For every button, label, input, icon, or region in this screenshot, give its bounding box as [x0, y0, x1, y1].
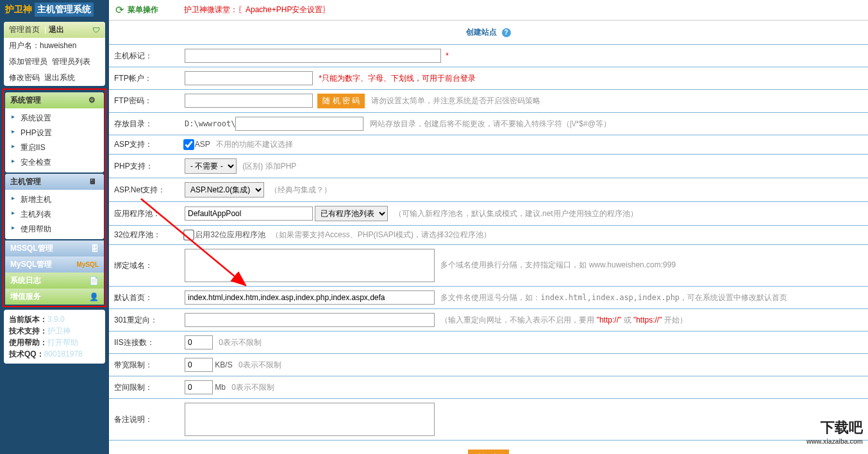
group-system[interactable]: 系统管理 ⚙ [5, 92, 104, 108]
input-ftp-user[interactable] [185, 71, 313, 85]
checkbox-32bit[interactable] [183, 230, 194, 240]
select-php[interactable]: - 不需要 - [185, 158, 237, 174]
watermark: 下载吧 www.xiazaiba.com [806, 421, 863, 449]
gear-icon: ⚙ [88, 96, 99, 106]
group-host[interactable]: 主机管理 🖥 [5, 174, 104, 190]
log-icon: 📄 [89, 276, 99, 285]
sidebar-item-sys-settings[interactable]: 系统设置 [5, 111, 104, 126]
refresh-icon[interactable]: ⟳ [115, 4, 124, 16]
sidebar-item-security-check[interactable]: 安全检查 [5, 155, 104, 170]
brand-header: 护卫神 主机管理系统 [0, 0, 109, 19]
server-icon: 🖥 [88, 177, 99, 187]
page-title: 创建站点 ? [109, 21, 868, 45]
random-password-button[interactable]: 随 机 密 码 [317, 94, 365, 108]
checkbox-asp[interactable] [183, 139, 194, 150]
link-exit-sys[interactable]: 退出系统 [44, 73, 75, 82]
topbar: ⟳ 菜单操作 护卫神微课堂：〖Apache+PHP安全设置〗 [109, 0, 868, 21]
input-iis-conn[interactable] [185, 335, 213, 349]
user-label: 用户名： [9, 41, 40, 50]
lesson-link[interactable]: 护卫神微课堂：〖Apache+PHP安全设置〗 [184, 4, 330, 15]
menu-syslog[interactable]: 系统日志 📄 [5, 273, 104, 289]
main-content: ⟳ 菜单操作 护卫神微课堂：〖Apache+PHP安全设置〗 创建站点 ? 主机… [109, 0, 868, 454]
sidebar-item-restart-iis[interactable]: 重启IIS [5, 140, 104, 155]
sidebar-item-php-settings[interactable]: PHP设置 [5, 126, 104, 140]
highlighted-menu-outline: 系统管理 ⚙ 系统设置 PHP设置 重启IIS 安全检查 主机管理 🖥 新增主机 [3, 88, 106, 307]
nav-logout[interactable]: 退出 [49, 25, 64, 34]
dir-prefix: D:\wwwroot\ [185, 119, 235, 128]
input-apppool[interactable] [185, 206, 313, 221]
sidebar-item-help[interactable]: 使用帮助 [5, 222, 104, 237]
input-ftp-pwd[interactable] [185, 94, 313, 108]
required-mark: * [446, 51, 449, 60]
create-button[interactable]: 创 建 [468, 450, 509, 454]
textarea-domain[interactable] [185, 249, 435, 282]
label-host-id: 主机标记： [109, 45, 179, 67]
menu-operation[interactable]: 菜单操作 [128, 4, 158, 15]
link-change-pwd[interactable]: 修改密码 [9, 73, 40, 82]
select-apppool[interactable]: 已有程序池列表 [315, 206, 388, 221]
sidebar: 护卫神 主机管理系统 管理首页 | 退出 🛡 用户名：huweishen 添加管… [0, 0, 109, 454]
nav-home[interactable]: 管理首页 [9, 25, 40, 34]
service-icon: 👤 [89, 292, 99, 301]
sidebar-item-new-host[interactable]: 新增主机 [5, 192, 104, 207]
create-site-form: 主机标记： * FTP帐户： *只能为数字、字母、下划线，可用于前台登录 FTP… [109, 45, 868, 441]
input-save-dir[interactable] [235, 117, 363, 131]
input-space[interactable] [185, 380, 213, 394]
link-admin-list[interactable]: 管理员列表 [52, 57, 90, 66]
input-redirect[interactable] [185, 313, 435, 327]
input-default-page[interactable] [185, 290, 435, 305]
menu-mysql[interactable]: MySQL管理 MySQL [5, 256, 104, 273]
input-host-id[interactable] [185, 49, 441, 63]
textarea-remark[interactable] [185, 403, 435, 436]
help-icon[interactable]: ? [502, 28, 511, 37]
shield-icon: 🛡 [92, 26, 100, 35]
mysql-icon: MySQL [77, 261, 99, 268]
user-box: 管理首页 | 退出 🛡 用户名：huweishen 添加管理员 管理员列表 修改… [4, 22, 105, 86]
sidebar-item-host-list[interactable]: 主机列表 [5, 207, 104, 222]
link-add-admin[interactable]: 添加管理员 [9, 57, 47, 66]
brand-sub: 主机管理系统 [35, 3, 94, 17]
menu-vas[interactable]: 增值服务 👤 [5, 289, 104, 305]
database-icon: 🗄 [91, 244, 99, 253]
user-value: huweishen [40, 41, 76, 50]
footer-info: 当前版本：3.9.0 技术支持：护卫神 使用帮助：打开帮助 技术QQ：80018… [4, 310, 105, 364]
brand-name: 护卫神 [5, 4, 32, 15]
menu-mssql[interactable]: MSSQL管理 🗄 [5, 240, 104, 256]
input-bandwidth[interactable] [185, 358, 213, 372]
select-aspnet[interactable]: ASP.Net2.0(集成) [185, 182, 264, 198]
